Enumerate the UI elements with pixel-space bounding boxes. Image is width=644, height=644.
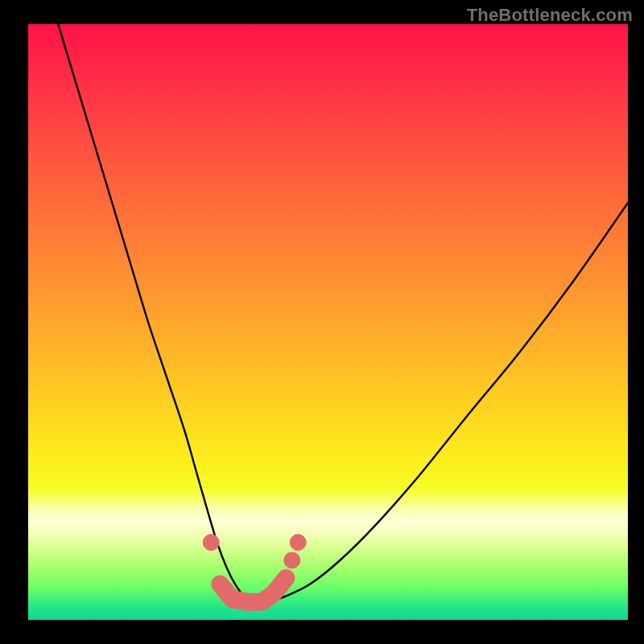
marker-dot (203, 535, 219, 551)
marker-dot (266, 585, 282, 601)
chart-frame: TheBottleneck.com (0, 0, 644, 644)
marker-dot (284, 552, 300, 568)
marker-dot (290, 535, 306, 551)
watermark-text: TheBottleneck.com (467, 5, 633, 26)
marker-dot (239, 594, 255, 610)
marker-dot (278, 570, 294, 586)
marker-layer (203, 535, 306, 610)
marker-dot (212, 576, 228, 592)
plot-area (28, 24, 628, 620)
marker-dot (224, 591, 240, 607)
bottleneck-curve (58, 24, 628, 603)
chart-svg (28, 24, 628, 620)
curve-layer (58, 24, 628, 603)
